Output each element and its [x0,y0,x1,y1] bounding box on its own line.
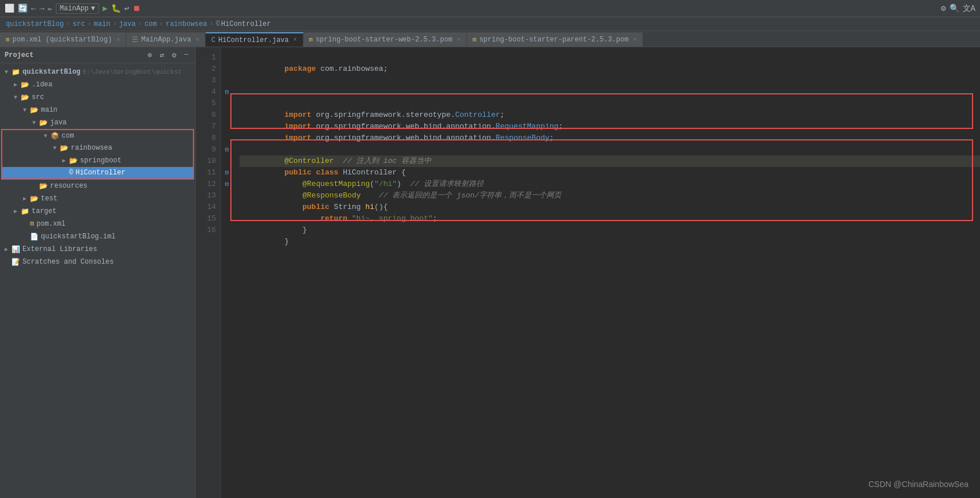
tab-spring-web[interactable]: m spring-boot-starter-web-2.5.3.pom × [303,32,467,47]
label-pom: pom.xml [36,220,65,228]
icon-external-libs: 📊 [12,245,20,254]
icon-iml: 📄 [30,233,39,241]
icon-com: 📦 [51,132,59,140]
gutter: ⊟ ⊟ ⊟ ⊟ [221,47,233,498]
code-line-10: public class HiController { [240,155,980,167]
breadcrumb-project[interactable]: quickstartBlog [6,20,64,28]
sidebar-icon-close[interactable]: − [182,51,191,59]
tab-hi-icon: C [211,36,215,44]
tree-item-rainbowsea[interactable]: ▼ 📂 rainbowsea [1,142,194,154]
icon-rainbowsea: 📂 [60,144,69,153]
gutter-line2 [221,63,233,75]
code-line-9: @Controller // 注入到 ioc 容器当中 [240,144,980,155]
code-line-3 [240,75,980,86]
tree-item-src[interactable]: ▼ 📂 src [0,91,195,104]
code-line-7: import org.springframework.web.bind.anno… [240,121,980,132]
app-name: MainApp [60,5,89,13]
sidebar-icon-settings[interactable]: ⚙ [170,51,178,59]
tab-hi-close[interactable]: × [294,37,297,43]
code-container[interactable]: 1 2 3 4 5 6 7 8 9 10 11 12 13 14 15 16 [196,47,980,498]
toolbar-icon-rerun[interactable]: ↩ [124,3,129,13]
label-com: com [62,132,74,140]
sidebar-icon-layout[interactable]: ⇄ [158,51,166,59]
sidebar-icon-add[interactable]: ⊕ [146,51,154,59]
label-external-libs: External Libraries [22,245,97,253]
label-iml: quickstartBlog.iml [41,233,116,241]
tab-spring-parent[interactable]: m spring-boot-starter-parent-2.5.3.pom × [467,32,643,47]
tab-hicontroller[interactable]: C HiController.java × [206,32,303,47]
arrow-external: ▶ [5,246,12,253]
gutter-line11: ⊟ [221,167,233,178]
label-springboot: springboot [80,157,121,165]
tab-web-label: spring-boot-starter-web-2.5.3.pom [316,36,453,44]
toolbar-icon-settings[interactable]: ⚙ [941,3,945,13]
tree-item-springboot[interactable]: ▶ 📂 springboot [1,154,194,167]
label-src: src [32,93,44,101]
tab-pom-xml[interactable]: m pom.xml (quickstartBlog) × [0,32,126,47]
tree-item-main[interactable]: ▼ 📂 main [0,104,195,116]
breadcrumb-main[interactable]: main [94,20,111,28]
gutter-line7 [221,121,233,132]
watermark: CSDN @ChinaRainbowSea [868,480,968,489]
arrow-rainbowsea: ▼ [53,145,60,151]
editor-area: 1 2 3 4 5 6 7 8 9 10 11 12 13 14 15 16 [196,47,980,498]
tree-item-external-libs[interactable]: ▶ 📊 External Libraries [0,243,195,256]
tab-main-close[interactable]: × [196,37,199,43]
gutter-line4: ⊟ [221,86,233,98]
gutter-line3 [221,75,233,86]
icon-springboot: 📂 [69,157,78,165]
tree-item-target[interactable]: ▶ 📁 target [0,205,195,218]
tab-pom-close[interactable]: × [116,37,120,43]
breadcrumb-rainbowsea[interactable]: rainbowsea [166,20,207,28]
label-resources: resources [50,182,88,190]
toolbar-icon-translate[interactable]: 文A [963,3,975,14]
breadcrumb-current: HiController [221,20,271,28]
code-line-8 [240,132,980,144]
toolbar-icon-1: ⬜ [5,3,14,13]
line-numbers: 1 2 3 4 5 6 7 8 9 10 11 12 13 14 15 16 [196,47,221,498]
tab-web-close[interactable]: × [457,37,461,43]
tab-hi-label: HiController.java [218,36,288,44]
tree-item-hicontroller[interactable]: © HiController [1,167,194,180]
tree-item-test[interactable]: ▶ 📂 test [0,192,195,205]
label-target: target [32,207,56,215]
breadcrumb-com[interactable]: com [145,20,157,28]
app-dropdown[interactable]: MainApp ▼ [56,3,100,14]
sep6: › [210,20,214,28]
breadcrumb-java[interactable]: java [119,20,136,28]
root-path: E:\Java\SpringBoot\quickst [83,69,182,75]
arrow-src: ▼ [14,94,21,101]
tree-item-iml[interactable]: 📄 quickstartBlog.iml [0,230,195,243]
tab-mainapp[interactable]: ☰ MainApp.java × [126,32,205,47]
toolbar-icon-debug[interactable]: 🐛 [111,3,121,13]
tree-item-idea[interactable]: ▶ 📂 .idea [0,78,195,91]
breadcrumb-src[interactable]: src [73,20,85,28]
tree-item-scratches[interactable]: 📝 Scratches and Consoles [0,256,195,268]
tree-item-root[interactable]: ▼ 📁 quickstartBlog E:\Java\SpringBoot\qu… [0,66,195,78]
arrow-main: ▼ [23,107,30,113]
toolbar-icon-run[interactable]: ▶ [102,3,107,13]
label-rainbowsea: rainbowsea [71,144,112,152]
sidebar-title: Project [5,51,33,59]
toolbar-icon-back[interactable]: ← [31,4,36,13]
tree-item-resources[interactable]: 📂 resources [0,180,195,192]
tab-parent-label: spring-boot-starter-parent-2.5.3.pom [479,36,628,44]
tab-pom-icon: m [6,36,10,43]
label-test: test [41,195,58,203]
tree-item-java[interactable]: ▼ 📂 java [0,116,195,129]
arrow-test: ▶ [23,195,30,202]
gutter-line8 [221,132,233,144]
tab-parent-close[interactable]: × [633,37,637,43]
tree-item-pom[interactable]: m pom.xml [0,218,195,230]
toolbar-icon-stop[interactable]: ⏹ [132,4,140,13]
toolbar-icon-search[interactable]: 🔍 [949,3,959,13]
label-main: main [41,106,58,114]
gutter-line14 [221,202,233,213]
toolbar-icon-forward[interactable]: → [39,4,44,13]
code-line-4 [240,86,980,98]
arrow-java: ▼ [32,120,39,126]
code-lines[interactable]: package com.rainbowsea; import org.sprin… [233,47,980,498]
sep3: › [113,20,117,28]
tree-item-com[interactable]: ▼ 📦 com [1,129,194,142]
gutter-line12: ⊟ [221,178,233,190]
